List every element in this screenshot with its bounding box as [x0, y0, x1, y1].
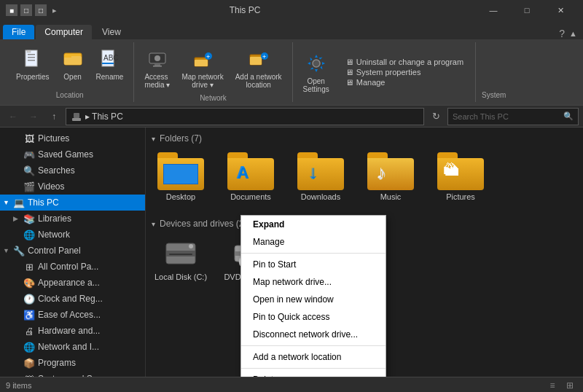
ribbon-group-system: OpenSettings 🖥 Uninstall or change a pro…	[293, 42, 477, 102]
svg-text:+: +	[262, 53, 266, 60]
manage-label: Manage	[356, 78, 386, 87]
svg-text:ABC: ABC	[103, 54, 119, 62]
svg-rect-4	[27, 50, 31, 52]
context-menu: Expand Manage Pin to Start Map network d…	[240, 215, 386, 377]
list-view-button[interactable]: ≡	[545, 379, 560, 392]
sidebar-item-libraries[interactable]: ▶ 📚 Libraries	[0, 211, 145, 227]
grid-view-button[interactable]: ⊞	[563, 379, 577, 392]
sidebar-item-pictures[interactable]: 🖼 Pictures	[0, 130, 145, 146]
tab-file[interactable]: File	[3, 25, 34, 39]
ctx-manage[interactable]: Manage	[241, 233, 386, 251]
sidebar-item-videos[interactable]: 🎬 Videos	[0, 179, 145, 195]
sidebar-item-clock[interactable]: 🕐 Clock and Reg...	[0, 291, 145, 307]
ctx-sep-1	[241, 253, 386, 254]
device-local-disk[interactable]: Local Disk (C:)	[152, 235, 210, 290]
ribbon-help-icon[interactable]: ?	[559, 28, 565, 39]
search-placeholder: Search This PC	[453, 112, 509, 121]
sidebar-item-label: Ease of Acces...	[38, 310, 101, 320]
minimize-button[interactable]: —	[477, 0, 510, 20]
all-control-icon: ⊞	[23, 261, 35, 273]
search-bar[interactable]: Search This PC 🔍	[447, 108, 579, 125]
sidebar-item-network[interactable]: 🌐 Network	[0, 227, 145, 243]
sidebar-item-control-panel[interactable]: ▼ 🔧 Control Panel	[0, 243, 145, 259]
access-media-button[interactable]: Accessmedia ▾	[140, 45, 174, 91]
uninstall-item[interactable]: 🖥 Uninstall or change a program	[345, 58, 463, 66]
ctx-delete[interactable]: Delete	[241, 371, 386, 377]
forward-button[interactable]: →	[25, 108, 42, 125]
window-title: This PC	[17, 5, 472, 15]
ctx-sep-3	[241, 368, 386, 369]
address-bar[interactable]: ▸ This PC	[66, 108, 424, 125]
sidebar-item-saved-games[interactable]: 🎮 Saved Games	[0, 146, 145, 162]
manage-icon: 🖥	[345, 78, 353, 87]
sidebar-item-system-security[interactable]: 🛡 System and S...	[0, 371, 145, 377]
folders-header: ▾ Folders (7)	[152, 133, 577, 144]
sidebar-item-network-internet[interactable]: 🌐 Network and I...	[0, 339, 145, 355]
svg-rect-2	[28, 57, 35, 58]
back-button[interactable]: ←	[4, 108, 22, 125]
sidebar-item-this-pc[interactable]: ▼ 💻 This PC	[0, 195, 145, 211]
folder-downloads[interactable]: ↓ Downloads	[292, 149, 350, 204]
folder-desktop[interactable]: Desktop	[152, 149, 210, 204]
network-buttons: Accessmedia ▾ + Map networkdrive ▾	[140, 45, 286, 91]
sys-props-item[interactable]: 🖥 System properties	[345, 68, 463, 77]
ctx-disconnect[interactable]: Disconnect network drive...	[241, 326, 386, 343]
access-media-icon	[146, 47, 169, 71]
folder-pictures[interactable]: 🏔 Pictures	[431, 149, 490, 204]
svg-text:+: +	[206, 53, 210, 60]
sys-props-icon: 🖥	[345, 68, 353, 77]
add-location-button[interactable]: + Add a networklocation	[231, 45, 286, 91]
folder-documents[interactable]: A Documents	[222, 149, 280, 204]
ctx-open-window[interactable]: Open in new window	[241, 291, 386, 308]
title-bar: ■ □ □ ▸ This PC — □ ✕	[0, 0, 583, 20]
ctx-map-drive[interactable]: Map network drive...	[241, 273, 386, 291]
ribbon-collapse-icon[interactable]: ▲	[569, 29, 577, 38]
devices-arrow: ▾	[152, 220, 155, 228]
sidebar-item-label: Programs	[38, 358, 76, 368]
maximize-button[interactable]: □	[510, 0, 544, 20]
svg-rect-24	[72, 118, 81, 121]
pictures-label: Pictures	[431, 192, 490, 201]
settings-icon	[305, 52, 328, 75]
rename-button[interactable]: ABC Rename	[92, 45, 128, 83]
sidebar-item-programs[interactable]: 📦 Programs	[0, 355, 145, 371]
ctx-expand[interactable]: Expand	[241, 216, 386, 233]
up-button[interactable]: ↑	[45, 108, 63, 125]
sidebar-item-hardware[interactable]: 🖨 Hardware and...	[0, 323, 145, 339]
svg-point-12	[154, 55, 160, 61]
network-group-label: Network	[200, 91, 227, 102]
folder-music[interactable]: ♪ Music	[361, 149, 420, 204]
programs-icon: 📦	[23, 357, 35, 369]
ctx-add-network[interactable]: Add a network location	[241, 348, 386, 366]
svg-rect-20	[250, 57, 262, 65]
sidebar-item-appearance[interactable]: 🎨 Appearance a...	[0, 275, 145, 291]
properties-button[interactable]: Properties	[12, 45, 54, 83]
svg-point-23	[313, 60, 320, 67]
manage-item[interactable]: 🖥 Manage	[345, 78, 463, 87]
music-label: Music	[361, 192, 420, 201]
desktop-folder-icon	[157, 152, 204, 190]
tab-view[interactable]: View	[93, 25, 130, 39]
open-settings-button[interactable]: OpenSettings	[299, 50, 334, 95]
ctx-pin-quick[interactable]: Pin to Quick access	[241, 308, 386, 326]
pictures-folder-icon: 🏔	[437, 152, 484, 190]
ctx-pin-start[interactable]: Pin to Start	[241, 256, 386, 273]
sidebar-item-label: Saved Games	[38, 149, 93, 160]
tab-computer[interactable]: Computer	[36, 25, 92, 39]
map-drive-button[interactable]: + Map networkdrive ▾	[177, 45, 227, 91]
hardware-icon: 🖨	[23, 325, 35, 337]
system-security-icon: 🛡	[23, 373, 35, 377]
expand-arrow: ▼	[3, 247, 10, 254]
address-text: ▸ This PC	[85, 111, 123, 122]
sidebar-item-ease[interactable]: ♿ Ease of Acces...	[0, 307, 145, 323]
sidebar-item-all-control[interactable]: ⊞ All Control Pa...	[0, 259, 145, 275]
refresh-button[interactable]: ↻	[427, 108, 445, 125]
location-group-label: Location	[56, 88, 84, 99]
svg-rect-16	[195, 60, 208, 66]
close-button[interactable]: ✕	[544, 0, 577, 20]
downloads-label: Downloads	[292, 192, 350, 201]
sidebar: 🖼 Pictures 🎮 Saved Games 🔍 Searches 🎬 Vi…	[0, 128, 146, 377]
open-icon	[61, 47, 85, 71]
sidebar-item-searches[interactable]: 🔍 Searches	[0, 162, 145, 179]
open-button[interactable]: Open	[57, 45, 89, 83]
